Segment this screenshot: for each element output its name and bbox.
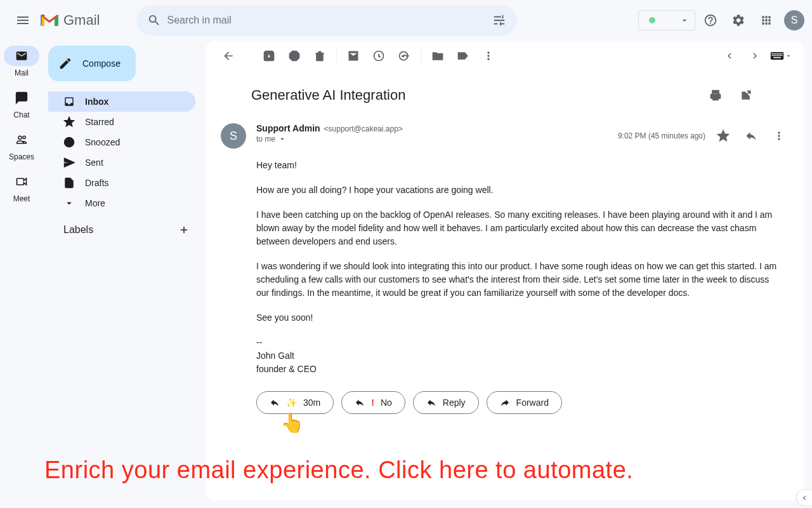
gmail-logo[interactable]: Gmail xyxy=(41,12,100,29)
nav-sent-label: Sent xyxy=(85,157,103,168)
svg-rect-8 xyxy=(776,53,778,55)
svg-rect-7 xyxy=(775,53,776,55)
svg-rect-6 xyxy=(773,53,775,55)
rail-meet[interactable]: Meet xyxy=(3,171,41,203)
apps-grid-icon xyxy=(760,14,773,27)
spam-button[interactable] xyxy=(282,43,307,69)
account-avatar[interactable]: S xyxy=(784,10,804,30)
svg-rect-10 xyxy=(780,53,781,55)
sender-name: Support Admin xyxy=(256,123,320,133)
nav-sent[interactable]: Sent xyxy=(48,152,195,173)
body-paragraph: See you soon! xyxy=(256,311,779,324)
print-button[interactable] xyxy=(703,83,728,108)
settings-button[interactable] xyxy=(726,8,751,33)
main-menu-button[interactable] xyxy=(8,5,38,36)
chevron-down-icon xyxy=(63,197,75,209)
newer-button[interactable] xyxy=(717,43,742,69)
svg-rect-5 xyxy=(772,53,773,55)
chevron-left-icon xyxy=(724,50,735,62)
rail-spaces-label: Spaces xyxy=(9,152,34,161)
svg-rect-18 xyxy=(782,55,783,56)
add-label-button[interactable] xyxy=(175,221,193,239)
forward-button[interactable]: Forward xyxy=(487,391,562,414)
search-options-button[interactable] xyxy=(487,8,512,33)
pointer-hand-icon: 👆 xyxy=(280,411,304,434)
star-message-button[interactable] xyxy=(713,126,733,146)
nav-more[interactable]: More xyxy=(48,193,195,213)
mail-icon xyxy=(347,50,360,62)
nav-starred[interactable]: Starred xyxy=(48,112,195,132)
archive-icon xyxy=(263,50,275,62)
star-outline-icon xyxy=(717,130,730,142)
chevron-right-icon xyxy=(749,50,761,62)
gmail-logo-text: Gmail xyxy=(63,12,100,29)
email-subject: Generative AI Integration xyxy=(251,87,405,104)
clock-icon xyxy=(63,137,75,148)
body-paragraph: Hey team! xyxy=(256,159,779,172)
exclaim-icon: ! xyxy=(371,398,374,408)
reply-no-button[interactable]: ! No xyxy=(341,391,405,414)
inbox-icon xyxy=(63,96,75,107)
older-button[interactable] xyxy=(742,43,768,69)
label-icon xyxy=(457,50,469,62)
svg-rect-16 xyxy=(778,55,780,56)
svg-rect-1 xyxy=(57,15,58,26)
side-panel-toggle[interactable] xyxy=(797,490,812,505)
reply-label: Reply xyxy=(443,398,466,408)
svg-rect-17 xyxy=(780,55,781,56)
mark-unread-button[interactable] xyxy=(341,43,366,69)
chevron-left-icon xyxy=(800,493,809,502)
nav-snoozed[interactable]: Snoozed xyxy=(48,132,195,152)
reply-icon xyxy=(745,130,757,142)
chevron-down-icon xyxy=(785,53,792,59)
nav-drafts-label: Drafts xyxy=(85,178,108,188)
report-spam-icon xyxy=(288,50,301,62)
thirty-min-label: 30m xyxy=(303,398,320,408)
back-button[interactable] xyxy=(216,43,241,69)
email-timestamp: 9:02 PM (45 minutes ago) xyxy=(618,131,705,140)
rail-chat[interactable]: Chat xyxy=(3,88,41,119)
nav-snoozed-label: Snoozed xyxy=(85,137,120,147)
hamburger-icon xyxy=(15,13,30,28)
apps-button[interactable] xyxy=(754,8,779,33)
rail-meet-label: Meet xyxy=(13,194,30,203)
move-to-button[interactable] xyxy=(425,43,450,69)
signature-line: founder & CEO xyxy=(256,363,779,376)
archive-button[interactable] xyxy=(256,43,282,69)
star-icon xyxy=(63,116,75,128)
reply-30m-button[interactable]: ✨ 30m xyxy=(256,391,334,414)
svg-rect-19 xyxy=(773,57,781,58)
compose-button[interactable]: Compose xyxy=(48,46,136,81)
sender-email: <support@cakeai.app> xyxy=(324,124,403,133)
input-type-select[interactable] xyxy=(768,49,794,63)
rail-mail[interactable]: Mail xyxy=(3,46,41,77)
reply-icon-button[interactable] xyxy=(741,126,761,146)
search-bar[interactable] xyxy=(136,5,517,36)
send-icon xyxy=(63,157,75,168)
svg-rect-0 xyxy=(41,15,42,26)
open-new-window-button[interactable] xyxy=(733,83,759,108)
status-selector[interactable] xyxy=(638,10,695,30)
nav-inbox[interactable]: Inbox xyxy=(48,91,195,112)
support-button[interactable] xyxy=(698,8,723,33)
compose-label: Compose xyxy=(82,58,121,69)
search-input[interactable] xyxy=(167,15,487,26)
body-paragraph: I was wondering if we should look into i… xyxy=(256,260,779,300)
reply-button[interactable]: Reply xyxy=(413,391,479,414)
reply-icon xyxy=(270,398,280,408)
labels-button[interactable] xyxy=(450,43,476,69)
nav-drafts[interactable]: Drafts xyxy=(48,173,195,193)
reply-icon xyxy=(355,398,365,408)
to-line-text: to me xyxy=(256,135,275,144)
svg-rect-9 xyxy=(778,53,780,55)
message-more-button[interactable] xyxy=(769,126,789,146)
more-actions-button[interactable] xyxy=(476,43,501,69)
forward-icon xyxy=(500,398,510,408)
signature-line: John Galt xyxy=(256,349,779,363)
add-task-button[interactable] xyxy=(391,43,417,69)
delete-button[interactable] xyxy=(307,43,332,69)
search-icon[interactable] xyxy=(141,8,167,33)
rail-spaces[interactable]: Spaces xyxy=(3,130,41,161)
recipient-dropdown[interactable]: to me xyxy=(256,135,618,144)
snooze-button[interactable] xyxy=(366,43,391,69)
